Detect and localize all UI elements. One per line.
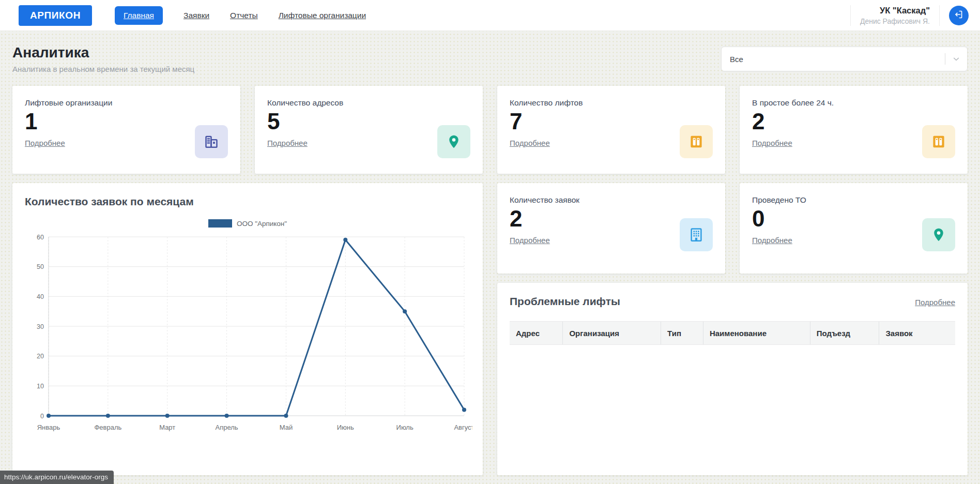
logout-button[interactable] bbox=[949, 6, 969, 25]
stat-card-address-count: Количество адресов 5 Подробнее bbox=[255, 86, 483, 174]
status-bar-url: https://uk.arpicon.ru/elevator-orgs bbox=[0, 471, 114, 484]
chart-legend: ООО "Арпикон" bbox=[25, 219, 470, 228]
details-link[interactable]: Подробнее bbox=[25, 139, 65, 147]
svg-text:50: 50 bbox=[37, 263, 44, 270]
main-content: Аналитика Аналитика в реальном времени з… bbox=[0, 44, 980, 475]
svg-text:20: 20 bbox=[37, 353, 44, 360]
details-link[interactable]: Подробнее bbox=[510, 236, 550, 245]
svg-text:Август: Август bbox=[454, 424, 472, 431]
details-link[interactable]: Подробнее bbox=[915, 298, 955, 307]
stat-card-request-count: Количество заявок 2 Подробнее bbox=[497, 183, 725, 274]
location-pin-icon bbox=[922, 218, 955, 251]
svg-text:Июль: Июль bbox=[396, 424, 414, 431]
details-link[interactable]: Подробнее bbox=[510, 139, 550, 147]
svg-text:Январь: Январь bbox=[37, 424, 60, 431]
svg-text:Февраль: Февраль bbox=[94, 424, 121, 431]
column-header: Организация bbox=[563, 322, 661, 344]
nav-item-requests[interactable]: Заявки bbox=[183, 11, 209, 20]
svg-text:0: 0 bbox=[40, 413, 44, 420]
stat-label: Количество адресов bbox=[267, 98, 470, 108]
problem-lifts-card: Проблемные лифты Подробнее АдресОрганиза… bbox=[497, 283, 968, 475]
svg-text:Апрель: Апрель bbox=[216, 424, 238, 431]
stat-card-elevator-organizations: Лифтовые организации 1 Подробнее bbox=[12, 86, 240, 174]
building-icon bbox=[680, 218, 713, 251]
page-subtitle: Аналитика в реальном времени за текущий … bbox=[12, 65, 194, 73]
selected-value: Все bbox=[730, 55, 743, 64]
location-pin-icon bbox=[437, 125, 470, 158]
problem-lifts-table-header: АдресОрганизацияТипНаименованиеПодъездЗа… bbox=[510, 321, 955, 345]
stat-label: Проведено ТО bbox=[752, 195, 955, 205]
cards-grid: Лифтовые организации 1 Подробнее Количес… bbox=[12, 86, 968, 475]
nav-item-reports[interactable]: Отчеты bbox=[230, 11, 258, 20]
requests-by-month-chart: 0102030405060ЯнварьФевральМартАпрельМайИ… bbox=[25, 230, 470, 438]
topbar-right: УК "Каскад" Денис Рафисович Я. bbox=[850, 5, 969, 26]
svg-text:60: 60 bbox=[37, 234, 44, 241]
stat-card-idle-over-24h: В простое более 24 ч. 2 Подробнее bbox=[740, 86, 968, 174]
column-header: Наименование bbox=[703, 322, 810, 344]
problem-lifts-header: Проблемные лифты Подробнее bbox=[510, 295, 955, 308]
logout-icon bbox=[954, 9, 964, 21]
stat-label: В простое более 24 ч. bbox=[752, 98, 955, 108]
main-nav: ГлавнаяЗаявкиОтчетыЛифтовые организации bbox=[115, 6, 366, 25]
user-company: УК "Каскад" bbox=[860, 6, 930, 16]
organizations-icon bbox=[195, 125, 228, 158]
title-block: Аналитика Аналитика в реальном времени з… bbox=[12, 44, 194, 73]
requests-by-month-card: Количество заявок по месяцам ООО "Арпико… bbox=[12, 183, 483, 475]
svg-text:Июнь: Июнь bbox=[337, 424, 354, 431]
divider bbox=[939, 5, 940, 26]
nav-item-elevator-orgs[interactable]: Лифтовые организации bbox=[279, 11, 366, 20]
stat-label: Количество заявок bbox=[510, 195, 713, 205]
elevator-icon bbox=[680, 125, 713, 158]
chevron-down-icon bbox=[945, 55, 967, 63]
svg-text:10: 10 bbox=[37, 383, 44, 390]
svg-text:30: 30 bbox=[37, 323, 44, 330]
legend-label: ООО "Арпикон" bbox=[237, 220, 287, 228]
elevator-icon bbox=[922, 125, 955, 158]
column-header: Тип bbox=[661, 322, 703, 344]
column-header: Подъезд bbox=[810, 322, 880, 344]
nav-item-home[interactable]: Главная bbox=[115, 6, 163, 25]
top-bar: АРПИКОН ГлавнаяЗаявкиОтчетыЛифтовые орга… bbox=[0, 0, 980, 31]
stat-label: Лифтовые организации bbox=[25, 98, 228, 108]
legend-swatch bbox=[208, 219, 232, 228]
svg-text:Май: Май bbox=[280, 424, 293, 431]
svg-text:Март: Март bbox=[159, 424, 175, 431]
details-link[interactable]: Подробнее bbox=[752, 139, 792, 147]
stat-label: Количество лифтов bbox=[510, 98, 713, 108]
stat-card-maintenance-done: Проведено ТО 0 Подробнее bbox=[740, 183, 968, 274]
organization-filter-select[interactable]: Все bbox=[721, 47, 968, 71]
column-header: Адрес bbox=[510, 322, 563, 344]
title-row: Аналитика Аналитика в реальном времени з… bbox=[12, 44, 968, 73]
problem-lifts-title: Проблемные лифты bbox=[510, 295, 620, 308]
app-logo[interactable]: АРПИКОН bbox=[19, 5, 92, 26]
svg-text:40: 40 bbox=[37, 293, 44, 300]
divider bbox=[850, 5, 851, 26]
dashboard-page: { "header": { "logo": "АРПИКОН", "nav": … bbox=[0, 0, 980, 484]
user-name: Денис Рафисович Я. bbox=[860, 17, 930, 25]
stat-card-elevator-count: Количество лифтов 7 Подробнее bbox=[497, 86, 725, 174]
column-header: Заявок bbox=[879, 322, 955, 344]
details-link[interactable]: Подробнее bbox=[752, 236, 792, 245]
chart-title: Количество заявок по месяцам bbox=[25, 195, 470, 208]
user-block: УК "Каскад" Денис Рафисович Я. bbox=[860, 6, 930, 25]
details-link[interactable]: Подробнее bbox=[267, 139, 308, 147]
page-title: Аналитика bbox=[12, 44, 194, 61]
